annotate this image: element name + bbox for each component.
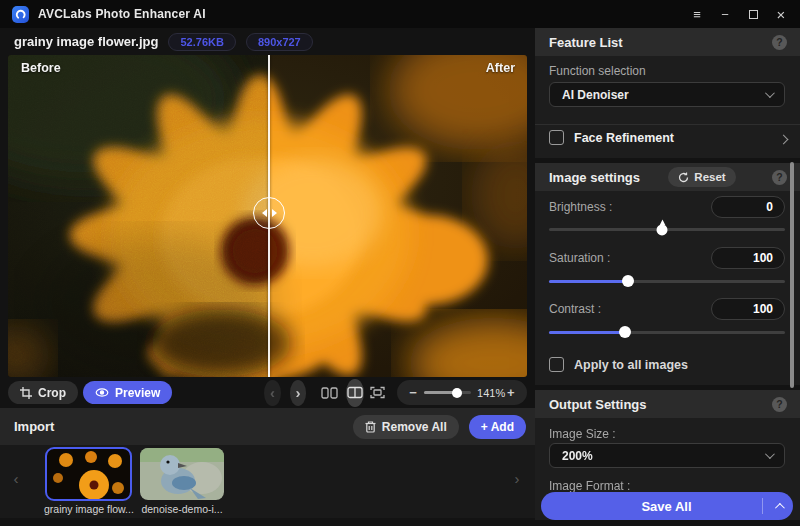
saturation-slider[interactable] xyxy=(549,274,785,288)
crop-icon xyxy=(20,387,32,399)
function-selection-dropdown[interactable]: AI Denoiser xyxy=(549,82,785,107)
after-label: After xyxy=(486,61,515,75)
fit-screen-icon xyxy=(370,386,385,399)
remove-all-button[interactable]: Remove All xyxy=(353,415,459,439)
apply-all-row[interactable]: Apply to all images xyxy=(549,357,688,372)
arrow-right-icon xyxy=(272,209,277,217)
contrast-slider[interactable] xyxy=(549,325,785,339)
help-icon[interactable]: ? xyxy=(772,397,787,412)
output-settings-title: Output Settings xyxy=(549,397,647,412)
app-logo-icon xyxy=(12,6,29,23)
image-size-dropdown[interactable]: 200% xyxy=(549,443,785,468)
view-toolbar: Crop Preview ‹ › − 141% + xyxy=(8,377,527,408)
image-size-label: Image Size : xyxy=(549,427,616,441)
feature-list-section: Feature List ? Function selection AI Den… xyxy=(535,28,800,158)
import-header: Import Remove All + Add xyxy=(0,408,535,445)
feature-list-title: Feature List xyxy=(549,35,623,50)
zoom-slider[interactable] xyxy=(424,391,470,394)
panel-scrollbar[interactable] xyxy=(790,162,794,388)
right-panel: Feature List ? Function selection AI Den… xyxy=(535,28,800,520)
add-button[interactable]: + Add xyxy=(469,415,526,439)
saturation-value[interactable]: 100 xyxy=(711,247,785,269)
strip-scroll-left-icon[interactable]: ‹ xyxy=(8,470,24,487)
help-icon[interactable]: ? xyxy=(772,170,787,185)
brightness-slider[interactable] xyxy=(549,222,785,236)
fit-screen-button[interactable] xyxy=(370,386,385,399)
function-selection-label: Function selection xyxy=(549,64,646,78)
file-dimensions-badge: 890x727 xyxy=(246,33,313,51)
import-title: Import xyxy=(14,419,54,434)
help-icon[interactable]: ? xyxy=(772,35,787,50)
thumbnail-label: grainy image flow... xyxy=(44,503,132,515)
import-panel: Import Remove All + Add ‹ xyxy=(0,408,535,518)
before-label: Before xyxy=(21,61,61,75)
close-icon[interactable]: × xyxy=(770,4,792,24)
strip-scroll-right-icon[interactable]: › xyxy=(509,470,525,487)
preview-button[interactable]: Preview xyxy=(83,381,172,404)
zoom-value: 141% xyxy=(477,387,506,399)
image-settings-title: Image settings xyxy=(549,170,640,185)
brightness-slider-handle[interactable] xyxy=(657,224,668,235)
compare-view-icon xyxy=(347,386,363,399)
compare-slider-handle[interactable] xyxy=(253,197,285,229)
previous-image-button[interactable]: ‹ xyxy=(264,380,280,406)
chevron-up-icon[interactable] xyxy=(763,503,793,510)
thumbnail-item[interactable]: grainy image flow... xyxy=(44,448,132,515)
zoom-control: − 141% + xyxy=(397,380,527,405)
apply-all-checkbox[interactable] xyxy=(549,357,564,372)
contrast-label: Contrast : xyxy=(549,302,601,316)
file-size-badge: 52.76KB xyxy=(168,33,235,51)
file-name: grainy image flower.jpg xyxy=(14,34,158,49)
thumbnail-image-bird[interactable] xyxy=(140,448,224,500)
saturation-slider-handle[interactable] xyxy=(622,275,634,287)
window-title: AVCLabs Photo Enhancer AI xyxy=(38,7,206,21)
brightness-label: Brightness : xyxy=(549,200,612,214)
reset-icon xyxy=(678,172,689,183)
split-view-icon xyxy=(321,386,338,400)
minimize-icon[interactable]: − xyxy=(714,4,736,24)
chevron-right-icon: › xyxy=(296,384,301,401)
file-info-row: grainy image flower.jpg 52.76KB 890x727 xyxy=(8,28,527,55)
thumbnail-strip: ‹ grainy image flow... xyxy=(0,445,535,518)
maximize-icon[interactable] xyxy=(742,4,764,24)
window-controls: ≡ − × xyxy=(686,4,800,24)
thumbnail-label: denoise-demo-i... xyxy=(141,503,222,515)
zoom-slider-handle[interactable] xyxy=(452,388,462,398)
chevron-down-icon xyxy=(765,449,775,459)
trash-icon xyxy=(365,421,376,433)
face-refinement-checkbox[interactable] xyxy=(549,130,564,145)
crop-button[interactable]: Crop xyxy=(8,381,78,404)
zoom-out-button[interactable]: − xyxy=(408,385,418,400)
title-bar: AVCLabs Photo Enhancer AI ≡ − × xyxy=(0,0,800,28)
output-settings-section: Output Settings ? Image Size : 200% Imag… xyxy=(535,390,800,520)
menu-icon[interactable]: ≡ xyxy=(686,4,708,24)
brightness-value[interactable]: 0 xyxy=(711,196,785,218)
eye-icon xyxy=(95,387,109,398)
compare-view-button[interactable] xyxy=(346,379,364,407)
chevron-left-icon: ‹ xyxy=(270,384,275,401)
next-image-button[interactable]: › xyxy=(290,380,306,406)
save-all-button[interactable]: Save All xyxy=(541,492,793,520)
arrow-left-icon xyxy=(262,209,267,217)
image-settings-section: Image settings Reset ? Brightness : 0 Sa… xyxy=(535,163,800,385)
contrast-value[interactable]: 100 xyxy=(711,298,785,320)
split-view-button[interactable] xyxy=(321,386,338,400)
saturation-label: Saturation : xyxy=(549,251,610,265)
image-format-label: Image Format : xyxy=(549,479,630,493)
zoom-in-button[interactable]: + xyxy=(506,385,516,400)
thumbnail-image-flower[interactable] xyxy=(46,448,131,500)
app-window: AVCLabs Photo Enhancer AI ≡ − × grainy i… xyxy=(0,0,800,526)
before-after-canvas: Before After xyxy=(8,55,527,377)
face-refinement-row[interactable]: Face Refinement xyxy=(549,130,674,145)
reset-button[interactable]: Reset xyxy=(668,167,735,187)
contrast-slider-handle[interactable] xyxy=(619,326,631,338)
chevron-right-icon[interactable] xyxy=(779,135,789,145)
thumbnail-item[interactable]: denoise-demo-i... xyxy=(140,448,224,515)
chevron-down-icon xyxy=(765,88,775,98)
